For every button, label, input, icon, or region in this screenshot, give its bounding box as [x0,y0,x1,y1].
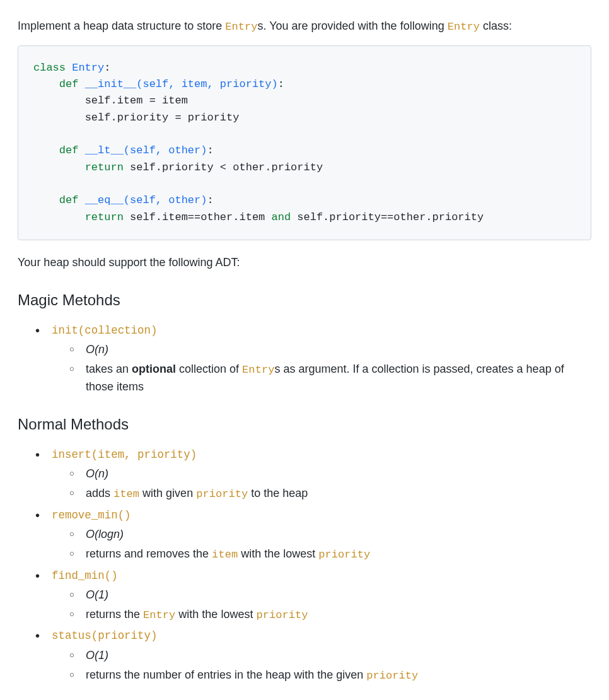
find-min-bigo: O(1) [86,588,108,601]
colon: : [104,62,110,74]
status-desc-item: returns the number of entries in the hea… [52,667,591,684]
find-min-item: find_min() O(1) returns the Entry with t… [18,567,591,624]
insert-desc-priority: priority [196,488,248,500]
init-desc-item: takes an optional collection of Entrys a… [52,361,591,395]
normal-methods-list: insert(item, priority) O(n) adds item wi… [18,446,591,684]
remove-min-sublist: O(logn) returns and removes the item wit… [52,526,591,563]
find-min-desc-mid: with the lowest [175,608,256,621]
status-desc-priority: priority [366,670,418,682]
fn-lt: __lt__ [85,144,124,156]
kw-and: and [271,211,291,223]
init-bigo: O(n) [86,343,108,356]
init-desc-bold: optional [132,363,176,375]
colon-3: : [207,194,213,206]
insert-desc-item: adds item with given priority to the hea… [52,485,591,503]
remove-min-desc-pre: returns and removes the [86,547,212,560]
kw-return-2: return [85,211,124,223]
find-min-desc-priority: priority [256,609,308,621]
kw-def-3: def [59,194,79,206]
insert-signature: insert(item, priority) [52,448,197,461]
init-desc-mid: collection of [176,363,242,375]
insert-bigo: O(n) [86,467,108,480]
remove-min-desc-item: returns and removes the item with the lo… [52,545,591,563]
remove-min-item: remove_min() O(logn) returns and removes… [18,506,591,563]
find-min-bigo-item: O(1) [52,586,591,604]
kw-def-1: def [59,78,79,90]
insert-desc-post: to the heap [248,487,308,499]
params-init: (self, item, priority) [136,78,277,90]
insert-desc-mid: with given [139,487,196,499]
fn-eq: __eq__ [85,194,124,206]
find-min-sublist: O(1) returns the Entry with the lowest p… [52,586,591,624]
init-bigo-item: O(n) [52,341,591,358]
intro-entry-1: Entry [225,21,257,33]
colon-1: : [278,78,284,90]
heading-magic-methods: Magic Metohds [18,289,591,312]
remove-min-desc-mid: with the lowest [238,547,318,560]
find-min-signature: find_min() [52,569,118,582]
kw-class: class [33,62,66,74]
init-body-2: self.priority = priority [85,112,240,124]
fn-init: __init__ [85,78,137,90]
remove-min-signature: remove_min() [52,509,131,522]
insert-sublist: O(n) adds item with given priority to th… [52,465,591,503]
insert-desc-pre: adds [86,487,113,499]
colon-2: : [207,144,213,156]
intro-paragraph: Implement a heap data structure to store… [18,18,591,35]
insert-item: insert(item, priority) O(n) adds item wi… [18,446,591,503]
init-desc-pre: takes an [86,363,132,375]
lt-body: self.priority < other.priority [124,161,323,173]
intro-entry-2: Entry [448,21,480,33]
params-lt: (self, other) [124,144,207,156]
intro-text-post: class: [480,20,512,32]
init-desc-entry: Entry [242,364,274,376]
insert-desc-item-code: item [113,488,139,500]
magic-methods-list: init(collection) O(n) takes an optional … [18,322,591,395]
init-signature: init(collection) [52,324,157,337]
remove-min-desc-item-code: item [212,549,238,561]
remove-min-desc-priority: priority [318,549,370,561]
remove-min-bigo-item: O(logn) [52,526,591,543]
entry-class-code-block: class Entry: def __init__(self, item, pr… [18,45,591,240]
eq-body-b: self.priority==other.priority [291,211,484,223]
intro-text-pre: Implement a heap data structure to store [18,20,225,32]
class-name: Entry [72,62,104,74]
status-item: status(priority) O(1) returns the number… [18,627,591,684]
kw-return-1: return [85,161,124,173]
init-sublist: O(n) takes an optional collection of Ent… [52,341,591,395]
params-eq: (self, other) [124,194,207,206]
insert-bigo-item: O(n) [52,465,591,482]
kw-def-2: def [59,144,79,156]
intro-text-mid: s. You are provided with the following [257,20,447,32]
magic-init-item: init(collection) O(n) takes an optional … [18,322,591,395]
find-min-desc-item: returns the Entry with the lowest priori… [52,606,591,624]
find-min-desc-pre: returns the [86,608,143,621]
remove-min-bigo: O(logn) [86,528,124,540]
find-min-desc-entry: Entry [143,609,175,621]
status-bigo-item: O(1) [52,647,591,664]
status-bigo: O(1) [86,649,108,662]
heading-normal-methods: Normal Methods [18,413,591,436]
eq-body-a: self.item==other.item [124,211,272,223]
adt-intro: Your heap should support the following A… [18,254,591,271]
status-signature: status(priority) [52,629,157,642]
status-sublist: O(1) returns the number of entries in th… [52,647,591,684]
status-desc-pre: returns the number of entries in the hea… [86,668,366,681]
init-body-1: self.item = item [85,95,188,107]
